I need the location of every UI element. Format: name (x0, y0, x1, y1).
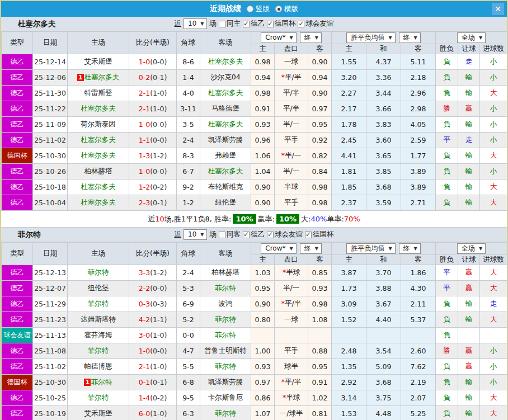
corner-cell: 2-4 (177, 133, 200, 148)
result-cell: 平 (436, 265, 458, 281)
avg-away-cell: 2.59 (401, 133, 436, 148)
avg-select-group: 胜平负均值▼ 终▼ (332, 243, 436, 255)
home-team-cell: 菲尔特 (68, 390, 129, 406)
handicap-result-cell: 贏 (458, 343, 480, 359)
team-name: 杜塞尔多夫 (18, 19, 56, 29)
rate-badge: 10% (233, 214, 256, 224)
same-venue-checkbox[interactable]: 同主 (219, 19, 241, 29)
radio-icon[interactable] (275, 6, 282, 12)
col-header-type: 类型 (2, 32, 33, 54)
col-header-corner: 角球 (177, 32, 200, 54)
handicap-result-cell: 輸 (458, 86, 480, 101)
summary-text: 40% (311, 215, 327, 223)
checkbox-icon[interactable] (298, 21, 304, 27)
avg-draw-cell: 4.48 (366, 406, 401, 420)
avg-home-cell: 1.78 (332, 117, 366, 133)
handicap-cell: 半/一 (275, 281, 308, 296)
goals-result-cell: 大 (480, 390, 507, 406)
radio-icon[interactable] (247, 6, 253, 12)
match-row: 德乙25-11-29菲尔特0-3(0-3)6-9波鸿0.90*平/半0.983.… (2, 296, 507, 312)
odds-time-select[interactable]: 终▼ (300, 243, 322, 254)
same-venue-checkbox[interactable]: 同客 (219, 230, 241, 239)
home-team-cell: 霍芬海姆 (68, 328, 129, 343)
checkbox-icon[interactable] (267, 21, 274, 27)
avg-away-cell: 2.07 (401, 390, 436, 406)
handicap-home-odds-cell: 0.90 (251, 180, 275, 195)
checkbox-icon[interactable] (219, 21, 225, 27)
avg-home-cell: 4.41 (332, 148, 366, 164)
match-count-select[interactable]: 10▼ (184, 229, 207, 240)
comp-checkbox-friendly[interactable]: 球会友谊 (267, 230, 303, 239)
checkbox-icon[interactable] (243, 232, 250, 238)
score-cell: 1-3(1-2) (129, 148, 177, 164)
match-type-cell: 德乙 (2, 70, 33, 86)
home-team-cell: 杜塞尔多夫 (68, 133, 129, 148)
date-cell: 25-11-02 (33, 133, 68, 148)
match-row: 德乙25-11-08菲尔特1-0(0-0)4-7普鲁士明斯特1.00平手0.88… (2, 343, 507, 359)
date-cell: 25-11-08 (33, 343, 68, 359)
handicap-home-odds-cell: 0.98 (251, 86, 275, 101)
avg-odds-select[interactable]: 胜平负均值▼ (346, 243, 395, 254)
result-cell: 負 (436, 164, 458, 180)
handicap-away-odds-cell: 1.08 (308, 312, 332, 328)
avg-draw-cell (366, 328, 401, 343)
red-card-badge: 1 (77, 74, 84, 81)
avg-draw-cell: 3.68 (366, 375, 401, 390)
match-type-cell: 德乙 (2, 164, 33, 180)
avg-odds-select[interactable]: 胜平负均值▼ (346, 32, 395, 43)
bookmaker-select[interactable]: Crow*▼ (261, 32, 296, 43)
close-button[interactable]: ✕ (492, 3, 504, 15)
checkbox-icon[interactable] (305, 232, 312, 238)
period-select[interactable]: 全场▼ (457, 243, 486, 254)
near-link[interactable]: 近 (175, 230, 182, 239)
home-team-cell: 菲尔特 (68, 265, 129, 281)
handicap-result-cell: 贏 (458, 265, 480, 281)
match-type-cell: 德国杯 (2, 375, 33, 390)
comp-checkbox-cup[interactable]: 德国杯 (305, 230, 334, 239)
checkbox-icon[interactable] (267, 232, 274, 238)
col-header-home: 主场 (68, 243, 129, 265)
match-type-cell: 德乙 (2, 281, 33, 296)
comp-checkbox-friendly[interactable]: 球会友谊 (298, 19, 333, 29)
avg-away-cell: 7.62 (401, 359, 436, 375)
checkbox-icon[interactable] (219, 232, 225, 238)
match-count-select[interactable]: 10▼ (184, 18, 207, 29)
goals-result-cell: 大 (480, 406, 507, 420)
vertical-layout-option[interactable]: 竖版 (247, 4, 270, 14)
horizontal-layout-option[interactable]: 横版 (275, 4, 298, 14)
avg-time-select[interactable]: 终▼ (399, 243, 421, 254)
result-cell: 負 (436, 195, 458, 211)
comp-checkbox-league[interactable]: 德乙 (243, 230, 265, 239)
away-team-cell: 纽伦堡 (200, 195, 251, 211)
odds-time-select[interactable]: 终▼ (300, 32, 322, 43)
avg-draw-cell: 4.40 (366, 312, 401, 328)
avg-home-cell: 1.85 (332, 180, 366, 195)
comp-checkbox-league[interactable]: 德乙 (243, 19, 265, 29)
match-row: 德乙25-11-23达姆斯塔特4-2(1-1)5-2菲尔特0.80一球1.081… (2, 312, 507, 328)
comp-checkbox-cup[interactable]: 德国杯 (267, 19, 296, 29)
result-cell: 負 (436, 148, 458, 164)
period-select-group: 全场▼ (436, 243, 507, 255)
away-team-cell: 柏林赫塔 (200, 265, 251, 281)
avg-draw-cell: 4.37 (366, 54, 401, 70)
handicap-result-cell: 輸 (458, 296, 480, 312)
match-type-cell: 德国杯 (2, 148, 33, 164)
period-select[interactable]: 全场▼ (457, 32, 486, 43)
vertical-layout-label: 竖版 (256, 4, 270, 14)
col-header-away: 客场 (200, 32, 251, 54)
goals-result-cell: 小 (480, 117, 507, 133)
bookmaker-select[interactable]: Crow*▼ (261, 243, 296, 254)
avg-away-cell: 1.77 (401, 148, 436, 164)
score-cell: 1-0(0-0) (129, 54, 177, 70)
avg-away-cell: 5.37 (401, 312, 436, 328)
handicap-result-cell: 輸 (458, 70, 480, 86)
avg-home-cell: 2.45 (332, 133, 366, 148)
checkbox-icon[interactable] (243, 21, 250, 27)
score-cell: 0-1(0-1) (129, 375, 177, 390)
col-header-date: 日期 (33, 243, 68, 265)
avg-time-select[interactable]: 终▼ (399, 32, 421, 43)
col-header-away: 客场 (200, 243, 251, 265)
near-link[interactable]: 近 (175, 19, 182, 29)
avg-away-cell: 3.89 (401, 164, 436, 180)
goals-result-cell (480, 328, 507, 343)
